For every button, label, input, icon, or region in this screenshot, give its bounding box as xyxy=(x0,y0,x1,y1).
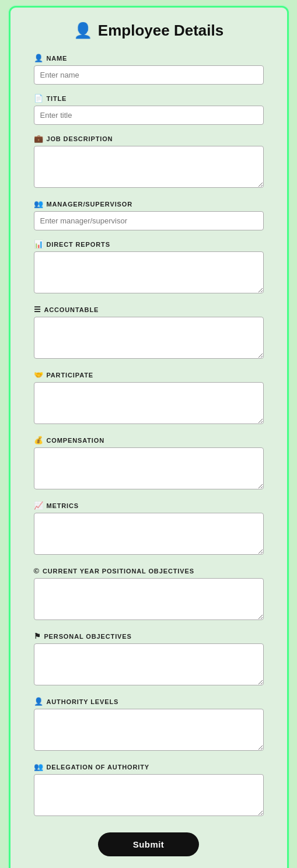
handshake-icon: 🤝 xyxy=(34,370,44,379)
label-direct_reports: 📊DIRECT REPORTS xyxy=(34,240,264,249)
textarea-accountable[interactable] xyxy=(34,317,264,359)
field-group-current_year_objectives: ©CURRENT YEAR POSITIONAL OBJECTIVES xyxy=(34,566,264,622)
objectives-icon: © xyxy=(34,566,40,575)
textarea-current_year_objectives[interactable] xyxy=(34,578,264,620)
list-icon: ☰ xyxy=(34,305,41,314)
person-icon: 👤 xyxy=(34,54,44,62)
field-group-job_description: 💼JOB DESCRIPTION xyxy=(34,134,264,190)
field-group-delegation_of_authority: 👥DELEGATION OF AUTHORITY xyxy=(34,762,264,818)
textarea-compensation[interactable] xyxy=(34,447,264,489)
field-group-compensation: 💰COMPENSATION xyxy=(34,436,264,492)
label-text-direct_reports: DIRECT REPORTS xyxy=(46,241,110,248)
employee-details-card: 👤 Employee Details 👤NAME📄TITLE💼JOB DESCR… xyxy=(9,6,289,868)
field-group-accountable: ☰ACCOUNTABLE xyxy=(34,305,264,361)
field-group-personal_objectives: ⚑PERSONAL OBJECTIVES xyxy=(34,632,264,688)
label-participate: 🤝PARTICIPATE xyxy=(34,370,264,379)
label-text-accountable: ACCOUNTABLE xyxy=(44,306,99,313)
textarea-job_description[interactable] xyxy=(34,146,264,188)
label-text-personal_objectives: PERSONAL OBJECTIVES xyxy=(44,633,131,640)
label-text-title: TITLE xyxy=(46,95,67,102)
label-text-authority_levels: AUTHORITY LEVELS xyxy=(46,698,118,705)
label-text-compensation: COMPENSATION xyxy=(46,437,104,444)
label-authority_levels: 👤AUTHORITY LEVELS xyxy=(34,697,264,706)
chart-icon: 📊 xyxy=(34,240,44,249)
label-delegation_of_authority: 👥DELEGATION OF AUTHORITY xyxy=(34,762,264,771)
label-text-participate: PARTICIPATE xyxy=(46,372,93,379)
page-title: 👤 Employee Details xyxy=(34,22,264,40)
label-metrics: 📈METRICS xyxy=(34,501,264,510)
metrics-icon: 📈 xyxy=(34,501,44,510)
title-icon: 📄 xyxy=(34,94,44,103)
textarea-metrics[interactable] xyxy=(34,513,264,555)
label-compensation: 💰COMPENSATION xyxy=(34,436,264,444)
field-group-name: 👤NAME xyxy=(34,54,264,85)
input-title[interactable] xyxy=(34,106,264,125)
delegation-icon: 👥 xyxy=(34,762,44,771)
input-manager_supervisor[interactable] xyxy=(34,211,264,230)
textarea-participate[interactable] xyxy=(34,382,264,424)
flag-icon: ⚑ xyxy=(34,632,41,640)
field-group-participate: 🤝PARTICIPATE xyxy=(34,370,264,426)
briefcase-icon: 💼 xyxy=(34,134,44,143)
field-group-manager_supervisor: 👥MANAGER/SUPERVISOR xyxy=(34,200,264,230)
label-accountable: ☰ACCOUNTABLE xyxy=(34,305,264,314)
label-text-name: NAME xyxy=(46,55,67,62)
label-text-current_year_objectives: CURRENT YEAR POSITIONAL OBJECTIVES xyxy=(43,568,194,575)
authority-icon: 👤 xyxy=(34,697,44,706)
textarea-delegation_of_authority[interactable] xyxy=(34,774,264,816)
label-personal_objectives: ⚑PERSONAL OBJECTIVES xyxy=(34,632,264,640)
label-text-manager_supervisor: MANAGER/SUPERVISOR xyxy=(46,201,132,208)
label-text-metrics: METRICS xyxy=(46,502,79,509)
money-icon: 💰 xyxy=(34,436,44,444)
field-group-authority_levels: 👤AUTHORITY LEVELS xyxy=(34,697,264,753)
textarea-personal_objectives[interactable] xyxy=(34,643,264,685)
textarea-authority_levels[interactable] xyxy=(34,709,264,751)
label-manager_supervisor: 👥MANAGER/SUPERVISOR xyxy=(34,200,264,208)
label-current_year_objectives: ©CURRENT YEAR POSITIONAL OBJECTIVES xyxy=(34,566,264,575)
label-text-job_description: JOB DESCRIPTION xyxy=(46,135,113,142)
field-group-direct_reports: 📊DIRECT REPORTS xyxy=(34,240,264,296)
label-job_description: 💼JOB DESCRIPTION xyxy=(34,134,264,143)
textarea-direct_reports[interactable] xyxy=(34,251,264,293)
label-text-delegation_of_authority: DELEGATION OF AUTHORITY xyxy=(46,764,149,771)
manager-icon: 👥 xyxy=(34,200,44,208)
field-group-metrics: 📈METRICS xyxy=(34,501,264,557)
field-group-title: 📄TITLE xyxy=(34,94,264,125)
label-title: 📄TITLE xyxy=(34,94,264,103)
person-icon: 👤 xyxy=(74,22,92,40)
label-name: 👤NAME xyxy=(34,54,264,62)
submit-button[interactable]: Submit xyxy=(98,832,200,856)
input-name[interactable] xyxy=(34,65,264,85)
